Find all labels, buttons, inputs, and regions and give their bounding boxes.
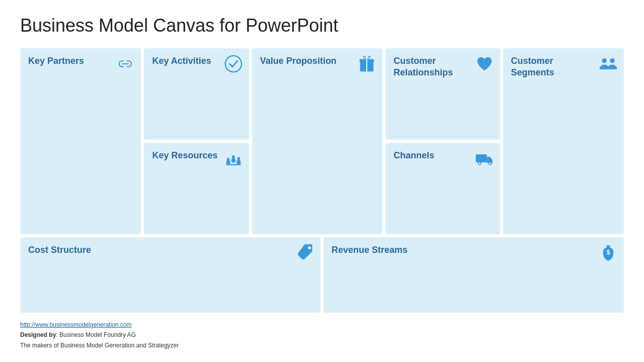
check-circle-icon <box>224 54 243 73</box>
value-proposition-label: Value Proposition <box>260 55 346 67</box>
svg-point-17 <box>610 58 615 63</box>
page-title: Business Model Canvas for PowerPoint <box>20 15 624 36</box>
link-icon <box>116 54 135 73</box>
svg-rect-5 <box>232 155 234 160</box>
channels-label: Channels <box>393 150 467 161</box>
svg-point-14 <box>479 162 480 164</box>
heart-icon <box>475 54 494 73</box>
svg-point-16 <box>602 58 607 63</box>
cost-structure-cell: Cost Structure <box>20 237 320 313</box>
key-activities-column: Key Activities Key Resources <box>144 48 249 234</box>
canvas-grid: Key Partners Key Activities Key Resource… <box>20 48 624 313</box>
svg-point-15 <box>489 162 491 164</box>
customer-rel-column: Customer Relationships Channels <box>385 48 500 234</box>
tag-icon <box>295 243 314 262</box>
value-proposition-cell: Value Proposition <box>252 48 382 234</box>
key-activities-cell: Key Activities <box>144 48 249 140</box>
svg-text:$: $ <box>607 249 610 256</box>
key-partners-label: Key Partners <box>28 55 107 67</box>
footer: http://www.businessmodelgeneration.com D… <box>20 320 624 350</box>
key-resources-label: Key Resources <box>152 150 218 161</box>
resources-icon <box>224 149 243 168</box>
money-bag-icon: $ <box>599 243 618 262</box>
footer-link[interactable]: http://www.businessmodelgeneration.com <box>20 321 131 328</box>
people-icon <box>599 54 618 73</box>
key-resources-cell: Key Resources <box>144 143 249 234</box>
gift-icon <box>357 54 376 73</box>
svg-rect-6 <box>237 157 240 162</box>
svg-point-0 <box>225 56 242 72</box>
channels-cell: Channels <box>385 143 500 234</box>
cost-structure-label: Cost Structure <box>28 244 242 256</box>
svg-rect-7 <box>226 164 240 165</box>
customer-relationships-label: Customer Relationships <box>393 55 467 79</box>
customer-segments-cell: Customer Segments <box>503 48 624 234</box>
footer-tagline: The makers of Business Model Generation … <box>20 340 624 350</box>
revenue-streams-cell: Revenue Streams $ <box>324 237 624 313</box>
customer-relationships-cell: Customer Relationships <box>385 48 500 140</box>
key-activities-label: Key Activities <box>152 55 218 67</box>
footer-url: http://www.businessmodelgeneration.com <box>20 320 624 330</box>
top-row: Key Partners Key Activities Key Resource… <box>20 48 624 234</box>
truck-icon <box>475 149 494 168</box>
svg-rect-4 <box>227 158 229 162</box>
svg-rect-11 <box>475 154 487 162</box>
customer-segments-label: Customer Segments <box>511 55 590 79</box>
svg-point-18 <box>308 246 310 249</box>
key-partners-cell: Key Partners <box>20 48 141 234</box>
revenue-streams-label: Revenue Streams <box>332 244 545 256</box>
footer-designed-by: Designed by: Business Model Foundry AG <box>20 330 624 340</box>
bottom-row: Cost Structure Revenue Streams $ <box>20 237 624 313</box>
